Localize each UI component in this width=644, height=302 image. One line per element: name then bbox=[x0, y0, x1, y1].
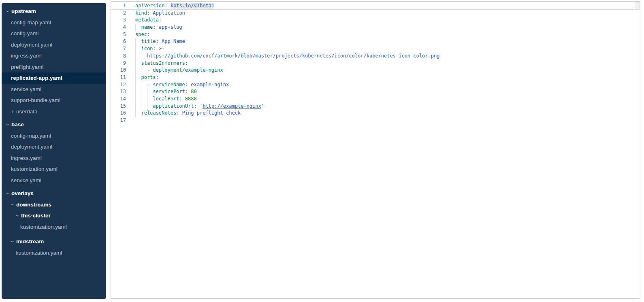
yaml-punctuation: : bbox=[176, 110, 182, 116]
tree-item-config-map-yaml[interactable]: config-map.yaml bbox=[2, 17, 106, 28]
indent-guide bbox=[141, 53, 147, 60]
code-line: 15applicationUrl: 'http://example-nginx' bbox=[111, 103, 634, 110]
tree-item-service-yaml[interactable]: service.yaml bbox=[2, 175, 106, 186]
tree-item-replicated-app-yaml[interactable]: replicated-app.yaml bbox=[2, 72, 106, 84]
indent-guide bbox=[135, 96, 141, 103]
yaml-editor[interactable]: 1apiVersion: kots.io/v1beta12kind: Appli… bbox=[111, 1, 640, 299]
indent-guide bbox=[141, 96, 147, 103]
yaml-key: ports bbox=[141, 74, 156, 80]
yaml-key: deployment/example-nginx bbox=[153, 67, 223, 73]
line-number: 2 bbox=[111, 10, 126, 17]
editor-content[interactable]: 1apiVersion: kots.io/v1beta12kind: Appli… bbox=[111, 2, 634, 124]
line-number: 6 bbox=[111, 38, 126, 45]
code-line: 2kind: Application bbox=[111, 10, 634, 17]
tree-item-downstreams[interactable]: ›downstreams bbox=[2, 199, 106, 211]
folder-label: userdata bbox=[16, 108, 38, 115]
indent-guide bbox=[135, 60, 141, 67]
file-label: kustomization.yaml bbox=[11, 166, 58, 172]
yaml-key: servicePort bbox=[153, 89, 185, 94]
file-label: kustomization.yaml bbox=[16, 250, 62, 256]
tree-item-userdata[interactable]: ›userdata bbox=[2, 106, 106, 117]
code-line: 17 bbox=[111, 117, 634, 124]
yaml-value-highlighted: kots.io/v1beta1 bbox=[171, 3, 214, 9]
tree-item-service-yaml[interactable]: service.yaml bbox=[2, 84, 106, 95]
code-line: 6title: App Name bbox=[111, 38, 634, 45]
tree-item-kustomization-yaml[interactable]: kustomization.yaml bbox=[2, 247, 106, 259]
chevron-down-icon[interactable]: › bbox=[15, 214, 19, 218]
code-text: - serviceName: example-nginx bbox=[135, 81, 229, 89]
indent-guide bbox=[135, 110, 141, 117]
code-line: 11ports: bbox=[111, 74, 634, 81]
tree-item-deployment-yaml[interactable]: deployment.yaml bbox=[2, 39, 106, 51]
yaml-key: title bbox=[141, 38, 156, 44]
indent-guide bbox=[147, 88, 153, 96]
line-number: 14 bbox=[111, 96, 126, 103]
yaml-punctuation: - bbox=[147, 67, 153, 73]
tree-item-upstream[interactable]: ›upstream bbox=[2, 6, 106, 17]
tree-item-deployment-yaml[interactable]: deployment.yaml bbox=[2, 141, 106, 153]
line-number: 13 bbox=[111, 88, 126, 96]
file-label: config-map.yaml bbox=[11, 19, 51, 26]
code-text: statusInformers: bbox=[135, 60, 188, 67]
line-number: 15 bbox=[111, 103, 126, 110]
tree-item-base[interactable]: ›base bbox=[2, 119, 106, 130]
line-number: 8 bbox=[111, 53, 126, 60]
line-number: 10 bbox=[111, 67, 126, 74]
tree-item-overlays[interactable]: ›overlays bbox=[2, 188, 106, 199]
indent-guide bbox=[141, 103, 147, 110]
yaml-punctuation: - bbox=[147, 82, 153, 87]
code-line: 5spec: bbox=[111, 31, 634, 38]
indent-guide bbox=[135, 45, 141, 53]
folder-label: overlays bbox=[11, 190, 34, 196]
tree-item-this-cluster[interactable]: ›this-cluster bbox=[2, 210, 106, 221]
line-number: 16 bbox=[111, 110, 126, 117]
tree-item-midstream[interactable]: ›midstream bbox=[2, 236, 106, 247]
yaml-punctuation: : bbox=[185, 89, 191, 94]
yaml-key: spec bbox=[135, 32, 147, 37]
chevron-right-icon[interactable]: › bbox=[11, 109, 15, 113]
vertical-scrollbar[interactable] bbox=[634, 2, 640, 298]
file-label: preflight.yaml bbox=[11, 64, 43, 70]
chevron-down-icon[interactable]: › bbox=[11, 240, 15, 244]
folder-label: this-cluster bbox=[21, 213, 51, 219]
code-line: 3metadata: bbox=[111, 17, 634, 24]
chevron-down-icon[interactable]: › bbox=[6, 123, 10, 127]
yaml-value: app-slug bbox=[159, 24, 182, 30]
tree-item-kustomization-yaml[interactable]: kustomization.yaml bbox=[2, 164, 106, 175]
code-text: releaseNotes: Ping preflight check bbox=[135, 110, 241, 117]
tree-item-support-bundle-yaml[interactable]: support-bundle.yaml bbox=[2, 95, 106, 106]
code-text: localPort: 8888 bbox=[135, 96, 197, 103]
indent-guide bbox=[135, 103, 141, 110]
tree-item-config-yaml[interactable]: config.yaml bbox=[2, 28, 106, 39]
tree-item-kustomization-yaml[interactable]: kustomization.yaml bbox=[2, 221, 106, 233]
tree-item-ingress-yaml[interactable]: ingress.yaml bbox=[2, 153, 106, 164]
line-number: 9 bbox=[111, 60, 126, 67]
yaml-punctuation: : bbox=[185, 60, 188, 66]
indent-guide bbox=[135, 88, 141, 96]
tree-item-preflight-yaml[interactable]: preflight.yaml bbox=[2, 62, 106, 73]
yaml-punctuation: : bbox=[147, 32, 150, 37]
code-line: 12- serviceName: example-nginx bbox=[111, 81, 634, 89]
yaml-url-link[interactable]: http://example-nginx bbox=[203, 103, 261, 109]
code-line: 16releaseNotes: Ping preflight check bbox=[111, 110, 634, 117]
file-label: support-bundle.yaml bbox=[11, 97, 60, 103]
indent-guide bbox=[141, 88, 147, 96]
chevron-down-icon[interactable]: › bbox=[6, 9, 10, 13]
yaml-value: App Name bbox=[162, 38, 185, 44]
file-label: deployment.yaml bbox=[11, 42, 52, 48]
folder-label: downstreams bbox=[16, 202, 51, 208]
yaml-value: Ping preflight check bbox=[182, 110, 241, 116]
tree-item-config-map-yaml[interactable]: config-map.yaml bbox=[2, 130, 106, 142]
yaml-key: icon bbox=[141, 46, 153, 51]
chevron-down-icon[interactable]: › bbox=[11, 202, 15, 206]
scrollbar-thumb[interactable] bbox=[635, 2, 640, 10]
yaml-url-link[interactable]: https://github.com/cncf/artwork/blob/mas… bbox=[147, 53, 439, 59]
tree-item-ingress-yaml[interactable]: ingress.yaml bbox=[2, 50, 106, 62]
indent-guide bbox=[135, 74, 141, 81]
file-label: config-map.yaml bbox=[11, 133, 51, 139]
code-text: applicationUrl: 'http://example-nginx' bbox=[135, 103, 264, 110]
chevron-down-icon[interactable]: › bbox=[6, 191, 10, 196]
code-line: 7icon: >- bbox=[111, 45, 634, 53]
yaml-key: kind bbox=[135, 10, 147, 16]
indent-guide bbox=[135, 38, 141, 45]
